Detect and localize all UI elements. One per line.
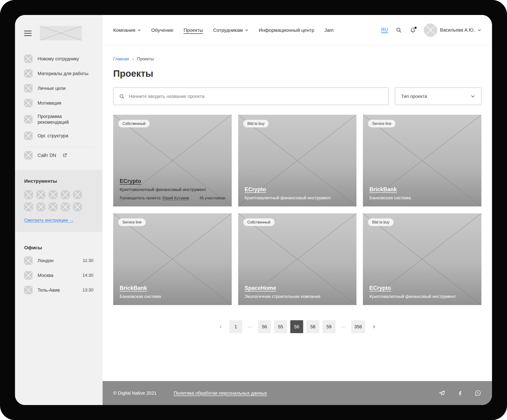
nav-item-jam[interactable]: Jam (324, 28, 334, 33)
project-card-4[interactable]: Service lineBrickBankБанковская система (113, 213, 232, 305)
project-type-badge: Service line (368, 120, 395, 127)
menu-item-label: Программа рекомендаций (38, 114, 93, 125)
nav-item-label: Компания (113, 28, 135, 33)
tool-icon-placeholder[interactable] (61, 190, 70, 199)
nav-item-education[interactable]: Обучение (151, 28, 173, 33)
project-card-grid: СобственныйECryptoКриптовалютный финансо… (113, 115, 481, 305)
main-nav: КомпанияОбучениеПроектыСотрудникамИнформ… (113, 28, 334, 33)
project-type-label: Тип проекта (401, 94, 427, 99)
tools-instructions-link[interactable]: Смотреть инструкции → (24, 218, 74, 223)
tool-icon-placeholder[interactable] (61, 202, 70, 211)
pagination-page-56[interactable]: 56 (258, 320, 271, 333)
telegram-link[interactable] (438, 390, 445, 397)
sidebar-item-motivation[interactable]: Мотивация (24, 96, 93, 110)
pagination-page-356[interactable]: 356 (351, 320, 365, 333)
pagination: 1—5655565859—356 (113, 320, 481, 333)
breadcrumb-separator: › (132, 56, 134, 62)
whatsapp-icon (474, 390, 481, 397)
facebook-link[interactable] (457, 390, 464, 397)
page-content: Главная › Проекты Проекты Тип проекта (103, 45, 492, 381)
chevron-left-icon (218, 324, 223, 329)
logo-placeholder[interactable] (40, 26, 82, 40)
footer: © Digital Native 2021 Политика обработки… (103, 381, 492, 405)
project-type-select[interactable]: Тип проекта (395, 88, 481, 105)
sidebar-item-personal-goals[interactable]: Личные цели (24, 81, 93, 96)
project-card-5[interactable]: СобственныйSpaceHomeЭкологичная строител… (238, 213, 357, 305)
chevron-down-icon (471, 94, 475, 99)
project-search-input[interactable] (129, 94, 383, 99)
project-card-info: ECryptoКриптовалютный финансовый инструм… (363, 279, 481, 305)
project-card-info: ECryptoКриптовалютный финансовый инструм… (238, 180, 357, 207)
privacy-policy-link[interactable]: Политика обработки персональных данных (174, 391, 267, 396)
tool-icon-placeholder[interactable] (24, 202, 33, 211)
project-type-badge: Service line (118, 218, 146, 226)
sidebar-item-work-materials[interactable]: Материалы для работы (24, 66, 93, 81)
office-name: Тель-Авив (38, 288, 60, 293)
offices-title: Офисы (24, 245, 93, 250)
hamburger-menu-button[interactable] (24, 30, 32, 37)
tools-title: Инструменты (24, 178, 93, 184)
project-type-badge: Bild to buy (243, 120, 269, 127)
external-link-icon (62, 153, 67, 158)
tool-icon-placeholder[interactable] (36, 190, 45, 199)
nav-item-label: Сотрудникам (213, 28, 243, 33)
nav-item-projects[interactable]: Проекты (183, 28, 203, 33)
pagination-gap: — (246, 324, 255, 330)
site-dn-label: Сайт DN (38, 153, 56, 158)
user-menu[interactable]: Васильева А.Ю. (424, 23, 481, 37)
tool-icon-placeholder[interactable] (49, 202, 57, 211)
project-title-link[interactable]: ECrypto (369, 285, 391, 291)
menu-item-icon (24, 131, 33, 140)
project-subtitle: Экологичная строительная компания (245, 294, 350, 299)
language-switcher[interactable]: RU (381, 27, 388, 33)
breadcrumb-home-link[interactable]: Главная (113, 57, 129, 62)
tool-icon-placeholder[interactable] (49, 190, 57, 199)
notifications-button[interactable] (410, 27, 416, 33)
tool-icon-placeholder[interactable] (36, 202, 45, 211)
project-subtitle: Криптовалютный финансовый инструмент (369, 294, 475, 299)
nav-item-employees[interactable]: Сотрудникам (213, 28, 248, 33)
project-title-link[interactable]: ECrypto (245, 186, 266, 193)
project-title-link[interactable]: BrickBank (369, 186, 397, 193)
project-card-3[interactable]: Service lineBrickBankБанковская система (363, 115, 481, 207)
menu-item-icon (24, 115, 33, 124)
nav-item-company[interactable]: Компания (113, 28, 141, 33)
pagination-page-58[interactable]: 58 (306, 320, 319, 333)
tool-icon-placeholder[interactable] (73, 190, 82, 199)
pagination-page-55[interactable]: 55 (274, 320, 287, 333)
project-card-2[interactable]: Bild to buyECryptoКриптовалютный финансо… (238, 115, 357, 207)
menu-item-label: Мотивация (38, 100, 61, 106)
chevron-down-icon (137, 28, 141, 32)
pagination-page-current[interactable]: 56 (290, 320, 303, 333)
whatsapp-link[interactable] (474, 390, 481, 397)
avatar (424, 23, 437, 37)
pagination-prev-button[interactable] (216, 324, 226, 329)
project-title-link[interactable]: BrickBank (120, 285, 147, 291)
sidebar-item-org-structure[interactable]: Орг. структура (24, 128, 93, 143)
project-type-badge: Собственный (118, 120, 150, 127)
sidebar-item-referral-program[interactable]: Программа рекомендаций (24, 110, 93, 128)
project-title-link[interactable]: ECrypto (120, 178, 141, 184)
nav-item-info-center[interactable]: Информационный центр (259, 28, 314, 33)
office-row: Лондон11:30 (24, 253, 93, 268)
office-list: Лондон11:30Москва14:30Тель-Авив13:30 (24, 253, 93, 297)
tool-icon-placeholder[interactable] (24, 190, 33, 199)
project-title-link[interactable]: SpaceHome (245, 285, 276, 291)
project-card-1[interactable]: СобственныйECryptoКриптовалютный финансо… (113, 115, 232, 207)
sidebar-item-new-employee[interactable]: Новому сотруднику (24, 51, 93, 66)
pagination-next-button[interactable] (368, 324, 379, 329)
menu-item-label: Материалы для работы (38, 71, 88, 76)
project-lead-link[interactable]: Юрий Кутумов (162, 196, 189, 200)
sidebar: Новому сотрудникуМатериалы для работыЛич… (15, 15, 103, 405)
pagination-page-59[interactable]: 59 (323, 320, 335, 333)
project-subtitle: Банковская система (120, 294, 225, 299)
pagination-page-1[interactable]: 1 (229, 320, 242, 333)
project-type-badge: Собственный (243, 218, 275, 226)
search-button[interactable] (396, 27, 402, 33)
nav-item-label: Информационный центр (259, 28, 314, 33)
project-card-6[interactable]: Bild to buyECryptoКриптовалютный финансо… (363, 213, 481, 305)
tool-icon-placeholder[interactable] (73, 202, 82, 211)
tools-icon-grid (24, 190, 93, 211)
office-icon (24, 286, 33, 294)
sidebar-item-site-dn[interactable]: Сайт DN (15, 149, 103, 159)
